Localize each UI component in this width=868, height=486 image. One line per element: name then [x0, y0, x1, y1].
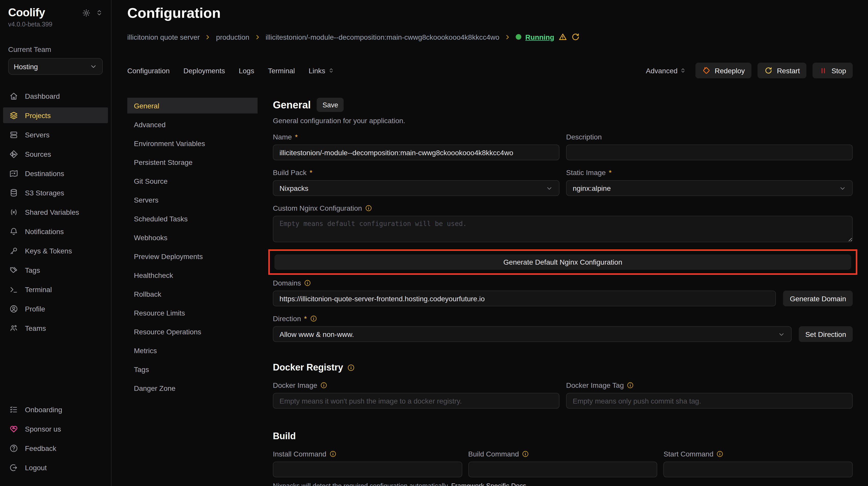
sidebar-item-s3-storages[interactable]: S3 Storages	[3, 185, 108, 200]
generate-nginx-config-button[interactable]: Generate Default Nginx Configuration	[274, 254, 851, 270]
tab-configuration[interactable]: Configuration	[127, 66, 170, 74]
required-mark: *	[304, 315, 307, 323]
warning-icon[interactable]	[558, 33, 567, 41]
info-icon	[717, 450, 724, 457]
sidebar-item-feedback[interactable]: Feedback	[3, 440, 108, 456]
restart-icon	[764, 66, 773, 75]
direction-label: Direction	[273, 315, 301, 323]
settings-nav-webhooks[interactable]: Webhooks	[127, 229, 257, 245]
redeploy-label: Redeploy	[715, 66, 745, 74]
settings-nav-resource-operations[interactable]: Resource Operations	[127, 324, 257, 339]
settings-nav-scheduled-tasks[interactable]: Scheduled Tasks	[127, 211, 257, 226]
map-icon	[9, 169, 18, 178]
settings-nav-advanced[interactable]: Advanced	[127, 117, 257, 132]
sidebar-item-shared-variables[interactable]: Shared Variables	[3, 204, 108, 220]
tab-label: Logs	[239, 66, 254, 74]
sidebar-item-servers[interactable]: Servers	[3, 127, 108, 142]
static-image-select[interactable]: nginx:alpine	[566, 180, 853, 196]
build-command-input[interactable]	[468, 461, 657, 477]
docker-image-label: Docker Image	[273, 381, 317, 389]
settings-nav-metrics[interactable]: Metrics	[127, 343, 257, 358]
sidebar-item-label: Tags	[25, 266, 40, 274]
chevron-right-icon	[254, 34, 261, 40]
docker-image-input[interactable]	[273, 393, 559, 409]
updown-chevron-icon[interactable]	[96, 9, 103, 16]
docker-registry-heading: Docker Registry	[273, 362, 343, 373]
breadcrumb-application[interactable]: illicitestonion/-module--decomposition:m…	[266, 33, 499, 41]
name-label: Name	[273, 133, 292, 141]
updown-chevron-icon	[680, 67, 686, 74]
build-pack-label: Build Pack	[273, 168, 307, 176]
settings-nav: General Advanced Environment Variables P…	[127, 98, 257, 486]
tab-links[interactable]: Links	[309, 66, 335, 74]
build-pack-select[interactable]: Nixpacks	[273, 180, 559, 196]
breadcrumb-project[interactable]: illicitonion quote server	[127, 33, 200, 41]
restart-button[interactable]: Restart	[757, 63, 806, 78]
tab-deployments[interactable]: Deployments	[184, 66, 225, 74]
tab-label: Links	[309, 66, 325, 74]
sidebar-item-tags[interactable]: Tags	[3, 262, 108, 278]
stop-button[interactable]: Stop	[812, 63, 853, 78]
settings-nav-danger-zone[interactable]: Danger Zone	[127, 380, 257, 396]
tab-logs[interactable]: Logs	[239, 66, 254, 74]
help-circle-icon	[9, 444, 18, 453]
sidebar-item-teams[interactable]: Teams	[3, 320, 108, 336]
sidebar-item-logout[interactable]: Logout	[3, 459, 108, 475]
chevron-down-icon	[90, 63, 97, 70]
sidebar-item-profile[interactable]: Profile	[3, 301, 108, 317]
sidebar-item-terminal[interactable]: Terminal	[3, 282, 108, 297]
settings-nav-healthcheck[interactable]: Healthcheck	[127, 267, 257, 283]
custom-nginx-textarea[interactable]	[273, 216, 853, 242]
sidebar-item-notifications[interactable]: Notifications	[3, 223, 108, 239]
settings-nav-persistent-storage[interactable]: Persistent Storage	[127, 154, 257, 170]
sidebar-footer: Onboarding Sponsor us Feedback Logout	[3, 401, 108, 479]
start-command-input[interactable]	[663, 461, 853, 477]
settings-nav-preview-deployments[interactable]: Preview Deployments	[127, 248, 257, 264]
settings-nav-rollback[interactable]: Rollback	[127, 286, 257, 302]
sidebar-item-sponsor-us[interactable]: Sponsor us	[3, 421, 108, 436]
sidebar-item-onboarding[interactable]: Onboarding	[3, 401, 108, 417]
direction-select[interactable]: Allow www & non-www.	[273, 326, 792, 342]
sidebar-item-label: Shared Variables	[25, 208, 79, 216]
sidebar-item-dashboard[interactable]: Dashboard	[3, 88, 108, 104]
save-button[interactable]: Save	[317, 98, 344, 112]
profile-icon	[9, 304, 18, 313]
status-badge[interactable]: Running	[525, 33, 554, 41]
domains-input[interactable]	[273, 291, 776, 306]
chevron-right-icon	[504, 34, 510, 40]
breadcrumb-environment[interactable]: production	[216, 33, 249, 41]
section-subtitle: General configuration for your applicati…	[273, 117, 853, 125]
database-icon	[9, 188, 18, 197]
sidebar-item-sources[interactable]: Sources	[3, 146, 108, 162]
name-input[interactable]	[273, 144, 559, 160]
sun-icon[interactable]	[82, 8, 91, 17]
description-input[interactable]	[566, 144, 853, 160]
settings-nav-general[interactable]: General	[127, 98, 257, 114]
refresh-icon[interactable]	[571, 33, 580, 41]
sidebar-item-keys-tokens[interactable]: Keys & Tokens	[3, 243, 108, 259]
redeploy-button[interactable]: Redeploy	[695, 63, 751, 78]
sidebar-item-label: S3 Storages	[25, 189, 64, 197]
direction-value: Allow www & non-www.	[279, 330, 354, 338]
advanced-dropdown[interactable]: Advanced	[646, 66, 686, 74]
generate-domain-button[interactable]: Generate Domain	[783, 291, 853, 306]
sidebar: Coolify v4.0.0-beta.399 Current Team Hos…	[0, 0, 112, 486]
install-command-input[interactable]	[273, 461, 462, 477]
settings-nav-resource-limits[interactable]: Resource Limits	[127, 305, 257, 321]
settings-nav-tags[interactable]: Tags	[127, 361, 257, 377]
settings-nav-environment-variables[interactable]: Environment Variables	[127, 135, 257, 151]
team-select[interactable]: Hosting	[8, 58, 103, 75]
docker-image-tag-input[interactable]	[566, 393, 853, 409]
sidebar-item-destinations[interactable]: Destinations	[3, 165, 108, 181]
sidebar-item-projects[interactable]: Projects	[3, 107, 108, 123]
settings-nav-servers[interactable]: Servers	[127, 192, 257, 207]
framework-docs-link[interactable]: Framework Specific Docs	[451, 482, 526, 486]
tab-terminal[interactable]: Terminal	[268, 66, 295, 74]
set-direction-button[interactable]: Set Direction	[799, 326, 853, 342]
key-icon	[9, 246, 18, 255]
chevron-down-icon	[546, 185, 553, 192]
chevron-down-icon	[778, 330, 785, 338]
settings-nav-git-source[interactable]: Git Source	[127, 173, 257, 189]
annotation-highlight-box: Generate Default Nginx Configuration	[268, 249, 857, 275]
logout-icon	[9, 463, 18, 472]
